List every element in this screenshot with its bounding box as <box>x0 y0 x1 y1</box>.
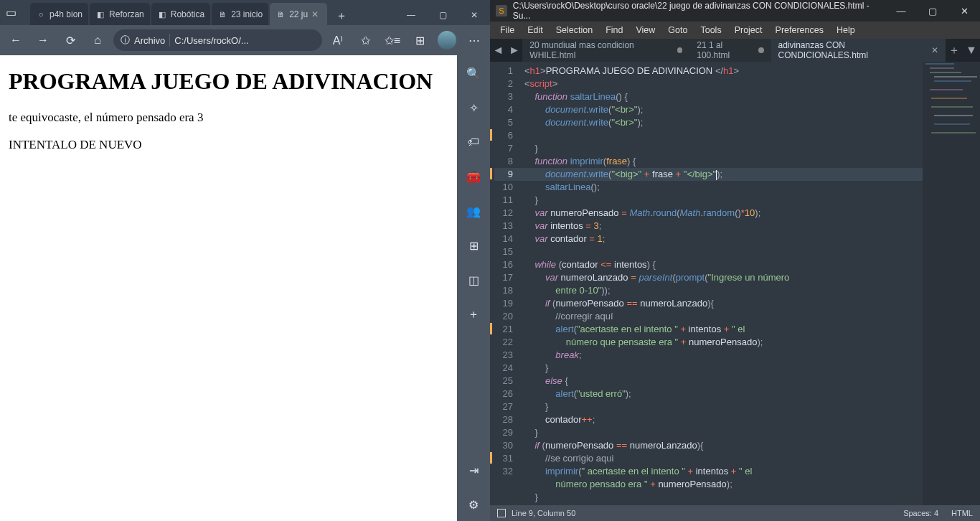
menu-selection[interactable]: Selection <box>550 23 598 37</box>
cursor-position[interactable]: Line 9, Column 50 <box>512 509 575 517</box>
editor-tab[interactable]: adivinanzas CON CONDICIONALES.html✕ <box>771 39 946 62</box>
tab-label: 20 mundiual mas condicion WHILE.html <box>529 40 672 60</box>
editor-tab[interactable]: 21 1 al 100.html <box>689 39 771 62</box>
new-tab-button[interactable]: ＋ <box>331 6 352 26</box>
close-button[interactable]: ✕ <box>458 4 490 26</box>
maximize-button[interactable]: ▢ <box>917 0 948 22</box>
menu-help[interactable]: Help <box>831 23 861 37</box>
forward-button[interactable]: → <box>32 29 55 52</box>
page-title: PROGRAMA JUEGO DE ADIVINACION <box>9 68 448 95</box>
tab-label: Robótica <box>171 9 204 19</box>
menu-file[interactable]: File <box>494 23 520 37</box>
maximize-button[interactable]: ▢ <box>427 4 458 26</box>
syntax-lang[interactable]: HTML <box>951 509 973 517</box>
browser-tab-strip: ▭ ○p4h bion◧Reforzan◧Robótica🗎23 inicio🗎… <box>0 0 490 26</box>
favorites-bar-button[interactable]: ✩≡ <box>381 29 404 52</box>
menu-project[interactable]: Project <box>729 23 768 37</box>
tab-dropdown-button[interactable]: ▼ <box>963 39 980 62</box>
line-numbers: 1234567891011121314151617181920212223242… <box>494 62 520 505</box>
browser-tab[interactable]: ◧Reforzan <box>90 3 150 26</box>
sublime-text-window: S C:\Users\rockO\Desktop\curso oracle\22… <box>490 0 980 521</box>
editor-window-controls: ― ▢ ✕ <box>885 0 980 22</box>
browser-toolbar: ← → ⟳ ⌂ ⓘ Archivo C:/Users/rockO/... A⁾ … <box>0 25 490 55</box>
close-icon[interactable]: ✕ <box>311 9 321 19</box>
editor-titlebar: S C:\Users\rockO\Desktop\curso oracle\22… <box>490 0 980 22</box>
profile-avatar[interactable] <box>435 29 458 52</box>
shopping-icon[interactable]: ✧ <box>466 100 481 116</box>
refresh-button[interactable]: ⟳ <box>59 29 82 52</box>
separator <box>169 34 170 47</box>
address-bar[interactable]: ⓘ Archivo C:/Users/rockO/... <box>113 29 322 51</box>
dirty-indicator-icon <box>758 47 763 53</box>
tab-label: Reforzan <box>109 9 144 19</box>
page-text-1: te equivocaste, el número pensado era 3 <box>9 111 448 125</box>
close-icon[interactable]: ✕ <box>931 45 938 55</box>
browser-body: PROGRAMA JUEGO DE ADIVINACION te equivoc… <box>0 55 490 521</box>
editor-tab-strip: ◄ ► 20 mundiual mas condicion WHILE.html… <box>490 39 980 62</box>
favorite-button[interactable]: ✩ <box>354 29 377 52</box>
minimap[interactable] <box>923 62 980 505</box>
browser-tab[interactable]: ◧Robótica <box>151 3 210 26</box>
address-path: C:/Users/rockO/... <box>174 35 248 46</box>
minimize-button[interactable]: ― <box>885 0 917 22</box>
tab-actions-icon[interactable]: ▭ <box>6 6 17 19</box>
new-file-button[interactable]: ＋ <box>946 39 963 62</box>
hide-sidebar-icon[interactable]: ⇥ <box>466 462 481 478</box>
office-icon[interactable]: ⊞ <box>466 238 481 253</box>
menu-preferences[interactable]: Preferences <box>770 23 829 37</box>
back-button[interactable]: ← <box>4 29 27 52</box>
panel-switcher-icon[interactable] <box>497 509 506 517</box>
editor-menubar: FileEditSelectionFindViewGotoToolsProjec… <box>490 22 980 39</box>
read-aloud-button[interactable]: A⁾ <box>326 29 349 52</box>
editor-title: C:\Users\rockO\Desktop\curso oracle\22 j… <box>513 1 885 21</box>
tab-favicon-icon: ◧ <box>157 9 167 19</box>
more-button[interactable]: ⋯ <box>463 29 486 52</box>
menu-view[interactable]: View <box>630 23 661 37</box>
indent-spaces[interactable]: Spaces: 4 <box>903 509 938 517</box>
browser-tab[interactable]: ○p4h bion <box>30 3 88 26</box>
menu-find[interactable]: Find <box>600 23 628 37</box>
editor-statusbar: Line 9, Column 50 Spaces: 4 HTML <box>490 505 980 521</box>
code-lines[interactable]: <h1>PROGRAMA JUEGO DE ADIVINACION </h1><… <box>520 62 923 505</box>
menu-edit[interactable]: Edit <box>522 23 549 37</box>
menu-tools[interactable]: Tools <box>694 23 727 37</box>
collections-button[interactable]: ⊞ <box>408 29 431 52</box>
rendered-page: PROGRAMA JUEGO DE ADIVINACION te equivoc… <box>0 55 457 521</box>
tag-icon[interactable]: 🏷 <box>466 134 481 150</box>
games-icon[interactable]: 👥 <box>466 203 481 219</box>
code-area[interactable]: 1234567891011121314151617181920212223242… <box>490 62 980 505</box>
browser-tab[interactable]: 🗎22 ju✕ <box>270 3 327 26</box>
dirty-indicator-icon <box>677 47 683 53</box>
outlook-icon[interactable]: ◫ <box>466 272 481 288</box>
tab-label: p4h bion <box>50 9 83 19</box>
page-text-2: INTENTALO DE NUEVO <box>9 138 448 152</box>
tab-label: 22 ju <box>289 9 308 19</box>
tab-favicon-icon: ○ <box>36 9 46 19</box>
browser-tab[interactable]: 🗎23 inicio <box>212 3 268 26</box>
tools-icon[interactable]: 🧰 <box>466 169 481 184</box>
add-sidebar-icon[interactable]: ＋ <box>466 306 481 322</box>
menu-goto[interactable]: Goto <box>662 23 693 37</box>
edge-sidebar: 🔍 ✧ 🏷 🧰 👥 ⊞ ◫ ＋ ⇥ ⚙ <box>457 55 490 521</box>
tab-label: adivinanzas CON CONDICIONALES.html <box>778 40 927 60</box>
tab-favicon-icon: 🗎 <box>217 9 227 19</box>
tab-label: 23 inicio <box>231 9 263 19</box>
tab-scroll-left[interactable]: ◄ <box>490 39 507 62</box>
edge-browser-window: ▭ ○p4h bion◧Reforzan◧Robótica🗎23 inicio🗎… <box>0 0 490 521</box>
home-button[interactable]: ⌂ <box>86 29 109 52</box>
search-icon[interactable]: 🔍 <box>466 65 481 81</box>
info-icon[interactable]: ⓘ <box>121 34 130 47</box>
tab-favicon-icon: ◧ <box>95 9 105 19</box>
editor-tab[interactable]: 20 mundiual mas condicion WHILE.html <box>522 39 689 62</box>
address-protocol: Archivo <box>134 35 165 46</box>
modification-gutter <box>490 62 494 505</box>
sublime-icon: S <box>496 5 507 17</box>
tab-label: 21 1 al 100.html <box>697 40 754 60</box>
minimize-button[interactable]: ― <box>395 4 427 26</box>
close-button[interactable]: ✕ <box>948 0 980 22</box>
tab-scroll-right[interactable]: ► <box>507 39 523 62</box>
window-controls: ― ▢ ✕ <box>395 4 490 26</box>
settings-icon[interactable]: ⚙ <box>466 497 481 512</box>
tab-favicon-icon: 🗎 <box>275 9 286 19</box>
